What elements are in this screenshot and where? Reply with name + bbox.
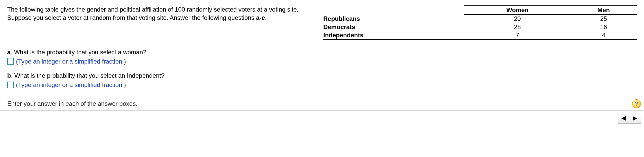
data-table: Women Men Republicans 20 25 Democrats 28… <box>323 5 637 40</box>
chevron-right-icon: ▶ <box>633 115 637 121</box>
party-label: Democrats <box>323 23 464 31</box>
answer-hint: (Type an integer or a simplified fractio… <box>16 57 126 66</box>
question-b: b. What is the probability that you sele… <box>7 71 637 89</box>
footer-prompt: Enter your answer in each of the answer … <box>7 100 137 107</box>
problem-intro-bold: a-e <box>256 14 265 21</box>
cell-value: 20 <box>464 14 571 23</box>
answer-input-a[interactable] <box>7 58 14 65</box>
cell-value: 4 <box>571 31 637 40</box>
answer-input-b[interactable] <box>7 82 14 88</box>
question-text: . What is the probability that you selec… <box>11 72 165 79</box>
table-row: Democrats 28 16 <box>323 23 637 31</box>
question-a: a. What is the probability that you sele… <box>7 48 637 66</box>
help-button[interactable]: ? <box>632 99 641 108</box>
questions-area: a. What is the probability that you sele… <box>0 43 644 97</box>
problem-intro-prefix: The following table gives the gender and… <box>7 6 299 21</box>
data-table-container: Women Men Republicans 20 25 Democrats 28… <box>323 5 637 40</box>
nav-row: ◀ ▶ <box>0 111 644 124</box>
question-text: . What is the probability that you selec… <box>11 49 146 56</box>
problem-text: The following table gives the gender and… <box>7 5 323 40</box>
problem-intro-suffix: . <box>265 14 267 21</box>
nav-box: ◀ ▶ <box>618 113 641 124</box>
cell-value: 25 <box>571 14 637 23</box>
table-header-women: Women <box>464 6 571 14</box>
table-row: Republicans 20 25 <box>323 14 637 23</box>
footer-bar: Enter your answer in each of the answer … <box>0 97 644 111</box>
prev-button[interactable]: ◀ <box>618 113 629 123</box>
problem-statement-row: The following table gives the gender and… <box>0 0 644 43</box>
next-button[interactable]: ▶ <box>629 113 641 123</box>
question-label: a <box>7 49 11 56</box>
party-label: Republicans <box>323 14 464 23</box>
answer-hint: (Type an integer or a simplified fractio… <box>16 81 126 89</box>
cell-value: 16 <box>571 23 637 31</box>
cell-value: 28 <box>464 23 571 31</box>
table-header-men: Men <box>571 6 637 14</box>
question-label: b <box>7 72 11 79</box>
table-header-empty <box>323 6 464 14</box>
cell-value: 7 <box>464 31 571 40</box>
party-label: Independents <box>323 31 464 40</box>
table-row: Independents 7 4 <box>323 31 637 40</box>
chevron-left-icon: ◀ <box>621 115 626 121</box>
help-icon: ? <box>635 100 638 107</box>
